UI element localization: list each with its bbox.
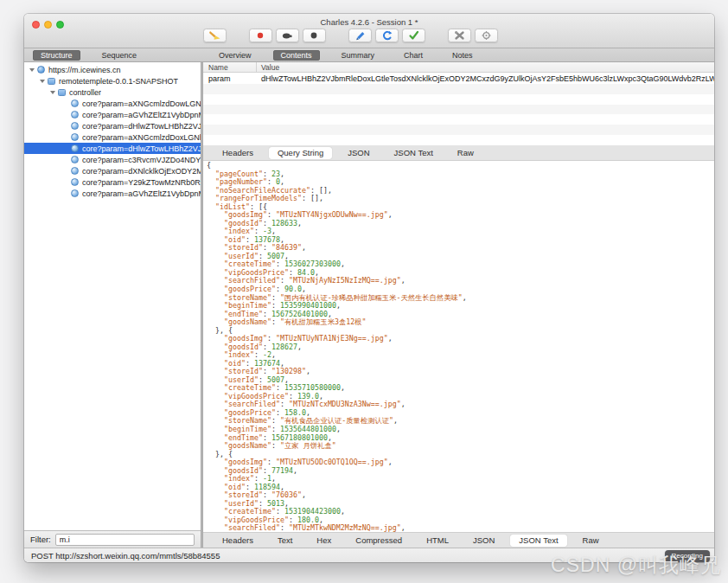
tree-item-label: core?param=c3RvcmVJZDo4NDYz (82, 156, 201, 164)
breakpoints-icon (309, 30, 319, 41)
request-icon (71, 99, 79, 107)
json-line: "goodsName": "有机甜加糯玉米3盒12根" (207, 318, 714, 327)
column-header-name: Name (203, 62, 257, 72)
throttle-button[interactable] (276, 29, 299, 42)
request-icon (71, 144, 79, 152)
empty-row (203, 94, 714, 105)
tab-notes[interactable]: Notes (444, 50, 481, 61)
tree-item-label: remotetemplete-0.0.1-SNAPSHOT (59, 77, 178, 86)
request-param-row[interactable]: param dHlwZTowLHBhZ2VJbmRleDoxLGtleTosdX… (203, 73, 714, 84)
tab-overview[interactable]: Overview (211, 50, 259, 61)
repeat-icon (381, 30, 393, 41)
record-icon (255, 30, 265, 41)
json-line: "rangeForTimeModels": [], (207, 195, 714, 203)
tree-item-request[interactable]: core?param=c3RvcmVJZDo4NDYz (24, 154, 201, 165)
tree-item-request[interactable]: core?param=aXNGcmlzdDoxLGNhb (24, 131, 201, 143)
param-value: dHlwZTowLHBhZ2VJbmRleDoxLGtleTosdXNlcklk… (257, 74, 714, 83)
request-tab-headers[interactable]: Headers (214, 147, 262, 159)
tree-item-folder[interactable]: remotetemplete-0.0.1-SNAPSHOT (24, 75, 201, 86)
title-bar: Charles 4.2.6 - Session 1 * (24, 14, 714, 48)
tree-item-request[interactable]: core?param=dXNlcklkOjExODY2MC (24, 165, 201, 176)
response-tab-raw[interactable]: Raw (574, 535, 608, 547)
disclosure-triangle-icon[interactable] (29, 68, 35, 72)
tab-sequence[interactable]: Sequence (94, 50, 145, 61)
request-icon (71, 133, 79, 141)
repeat-button[interactable] (375, 29, 399, 42)
tab-summary[interactable]: Summary (334, 50, 383, 61)
request-icon (71, 111, 79, 119)
tree-item-request[interactable]: core?param=aGVhZEltZ1VybDpnMl (24, 188, 201, 199)
tree-item-request[interactable]: core?param=dHlwZTowLHBhZ2VJb (24, 120, 201, 131)
tree-item-label: controller (69, 88, 101, 97)
breakpoints-button[interactable] (303, 29, 326, 42)
json-line: "goodsId": 128633, (207, 220, 714, 228)
validate-button[interactable] (402, 29, 425, 42)
tree-item-globe[interactable]: https://m.icewines.cn (24, 64, 201, 75)
settings-button[interactable] (475, 29, 498, 42)
json-line: "goodsId": 128627, (207, 343, 714, 352)
tree-item-request[interactable]: core?param=aXNGcmlzdDowLGNh (24, 98, 201, 109)
request-tab-json[interactable]: JSON (339, 147, 378, 159)
clear-session-broom-icon (208, 30, 221, 41)
tab-chart[interactable]: Chart (396, 50, 431, 61)
empty-row (203, 125, 714, 135)
tree-item-label: core?param=Y29kZTowMzNRb0RN (82, 178, 201, 187)
response-tab-json-text[interactable]: JSON Text (510, 535, 566, 547)
tab-structure[interactable]: Structure (33, 50, 80, 61)
column-header-value: Value (257, 62, 714, 72)
empty-row (203, 84, 714, 94)
record-button[interactable] (249, 29, 272, 42)
response-tab-json[interactable]: JSON (464, 535, 503, 547)
request-icon (71, 156, 79, 163)
tab-contents[interactable]: Contents (273, 50, 320, 61)
window-title: Charles 4.2.6 - Session 1 * (24, 17, 714, 27)
response-tab-compressed[interactable]: Compressed (347, 535, 411, 547)
tree-item-label: core?param=dHlwZTowLHBhZ2VJb (82, 122, 201, 131)
tree-item-request[interactable]: core?param=dHlwZTowLHBhZ2VJb (24, 143, 201, 154)
filter-input[interactable] (55, 534, 195, 546)
json-line: "goodsId": 77194, (207, 467, 714, 476)
compose-pencil-icon (354, 30, 366, 41)
tree-item-label: core?param=aGVhZEltZ1VybDpnMl (82, 189, 201, 198)
throttle-icon (281, 30, 293, 41)
tree-item-request[interactable]: core?param=Y29kZTowMzNRb0RN (24, 176, 201, 188)
validate-check-icon (408, 30, 419, 41)
response-tab-hex[interactable]: Hex (308, 535, 340, 547)
settings-gear-icon (481, 30, 492, 41)
request-tab-json-text[interactable]: JSON Text (386, 147, 442, 159)
response-tab-html[interactable]: HTML (418, 535, 457, 547)
tree-item-label: core?param=dHlwZTowLHBhZ2VJb (82, 144, 201, 153)
request-tab-raw[interactable]: Raw (449, 147, 482, 159)
main-split: https://m.icewines.cnremotetemplete-0.0.… (24, 62, 714, 548)
empty-row (203, 114, 714, 125)
request-view-tabs: HeadersQuery StringJSONJSON TextRaw (203, 145, 714, 161)
param-name: param (203, 74, 257, 83)
tools-button[interactable] (448, 29, 471, 42)
empty-row (203, 105, 714, 115)
response-tab-text[interactable]: Text (269, 535, 301, 547)
tab-strip: StructureSequence OverviewContentsSummar… (24, 48, 714, 62)
request-tab-query-string[interactable]: Query String (269, 147, 332, 159)
sidebar-tabs: StructureSequence (33, 50, 144, 61)
tree-item-request[interactable]: core?param=aGVhZEltZ1VybDpnMl (24, 109, 201, 120)
structure-tree: https://m.icewines.cnremotetemplete-0.0.… (24, 62, 201, 530)
filter-bar: Filter: (24, 530, 201, 548)
tree-item-label: core?param=aGVhZEltZ1VybDpnMl (82, 111, 201, 119)
watermark: CSDN @叫我峰兄 (551, 552, 721, 579)
right-panel: Name Value param dHlwZTowLHBhZ2VJbmRleDo… (203, 62, 714, 548)
empty-rows (203, 84, 714, 145)
left-panel: https://m.icewines.cnremotetemplete-0.0.… (24, 62, 201, 548)
compose-button[interactable] (348, 29, 372, 42)
disclosure-triangle-icon[interactable] (40, 80, 45, 83)
disclosure-triangle-icon[interactable] (50, 91, 55, 94)
clear-session-button[interactable] (203, 29, 227, 42)
status-text: POST http://szshort.weixin.qq.com/mmtls/… (31, 551, 220, 561)
toolbar (24, 29, 680, 42)
response-tab-headers[interactable]: Headers (214, 535, 262, 547)
content-tabs: OverviewContentsSummaryChartNotes (211, 50, 481, 61)
folder-icon (48, 78, 55, 85)
json-body[interactable]: { "pageCount": 23, "pageNumber": 0, "noS… (203, 161, 714, 532)
json-line: "searchFiled": "MTUzMTkwNDM2MzMzNQ==.jpg… (207, 524, 714, 532)
tree-item-folder[interactable]: controller (24, 86, 201, 98)
tools-icon (454, 30, 465, 41)
